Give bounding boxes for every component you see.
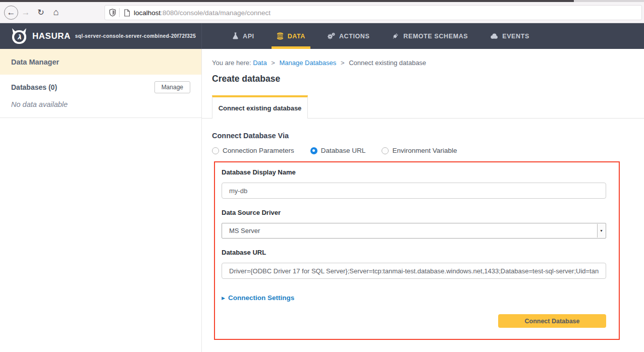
connect-via-options: Connection Parameters Database URL Envir… (212, 147, 644, 154)
nav-item-label: API (243, 33, 254, 40)
radio-icon[interactable] (382, 147, 389, 154)
breadcrumb-prefix: You are here: (212, 59, 251, 67)
chevron-down-icon[interactable]: ▾ (597, 224, 605, 238)
brand-name: HASURA (32, 31, 71, 41)
sidebar: Data Manager Databases (0) Manage No dat… (0, 49, 202, 352)
driver-label: Data Source Driver (222, 209, 606, 216)
radio-environment-variable[interactable]: Environment Variable (382, 147, 457, 154)
tab-connect-existing-database[interactable]: Connect existing database (212, 95, 308, 119)
connect-database-button[interactable]: Connect Database (498, 314, 606, 328)
display-name-label: Database Display Name (222, 168, 606, 176)
radio-database-url[interactable]: Database URL (310, 147, 366, 154)
connection-settings-label: Connection Settings (228, 294, 294, 302)
nav-item-label: DATA (288, 33, 305, 40)
url-text[interactable]: localhost:8080/console/data/manage/conne… (134, 9, 271, 17)
sidebar-databases-section: Databases (0) Manage No data available (0, 75, 201, 118)
url-bar-divider (119, 8, 120, 17)
plug-icon (392, 32, 399, 40)
gears-icon (328, 32, 335, 40)
nav-item-events[interactable]: EVENTS (479, 23, 541, 49)
cloud-icon (490, 33, 498, 39)
no-data-text: No data available (11, 100, 190, 108)
nav-item-label: REMOTE SCHEMAS (403, 33, 468, 40)
database-url-label: Database URL (222, 249, 606, 256)
page-title: Create database (212, 74, 644, 84)
radio-label: Database URL (321, 147, 366, 154)
breadcrumb-separator: > (341, 59, 345, 67)
reload-button[interactable]: ↻ (33, 5, 48, 20)
driver-selected-value: MS Server (229, 227, 260, 234)
back-button[interactable]: ← (4, 6, 18, 20)
svg-text:λ: λ (17, 33, 21, 41)
radio-label: Connection Parameters (223, 147, 294, 154)
annotation-highlight-box: Database Display Name Data Source Driver… (214, 161, 620, 340)
nav-item-label: ACTIONS (339, 33, 369, 40)
radio-connection-parameters[interactable]: Connection Parameters (212, 147, 294, 154)
hasura-logo-icon[interactable]: λ (10, 28, 28, 44)
radio-icon[interactable] (212, 147, 219, 154)
databases-count-label: Databases (0) (11, 83, 57, 91)
breadcrumb-separator: > (271, 59, 275, 67)
nav-item-data[interactable]: DATA (265, 23, 316, 49)
disclosure-triangle-icon: ▶ (222, 296, 225, 301)
url-path: :8080/console/data/manage/connect (160, 9, 271, 17)
tabs-row: Connect existing database (202, 95, 644, 119)
radio-label: Environment Variable (392, 147, 457, 154)
shield-icon[interactable] (109, 9, 116, 17)
url-bar[interactable]: localhost:8080/console/data/manage/conne… (104, 5, 642, 20)
brand-section: λ HASURA sql-server-console-server-combi… (0, 23, 202, 49)
flask-icon (232, 32, 239, 40)
database-url-input[interactable] (222, 263, 606, 279)
display-name-input[interactable] (222, 183, 606, 199)
nav-item-api[interactable]: API (221, 23, 265, 49)
breadcrumb-link-manage-databases[interactable]: Manage Databases (280, 59, 337, 67)
connect-via-heading: Connect Database Via (212, 132, 644, 140)
breadcrumb-current: Connect existing database (349, 59, 426, 67)
browser-toolbar: ← → ↻ ⌂ localhost:8080/console/data/mana… (0, 2, 644, 23)
nav-item-actions[interactable]: ACTIONS (316, 23, 381, 49)
top-nav: API DATA (221, 23, 541, 49)
connection-settings-toggle[interactable]: ▶ Connection Settings (222, 294, 606, 302)
nav-item-remote-schemas[interactable]: REMOTE SCHEMAS (381, 23, 479, 49)
breadcrumb: You are here: Data > Manage Databases > … (212, 59, 644, 67)
radio-checked-icon[interactable] (310, 147, 317, 154)
home-button[interactable]: ⌂ (48, 5, 64, 20)
sidebar-title: Data Manager (0, 49, 201, 75)
nav-item-label: EVENTS (502, 33, 529, 40)
app-header: λ HASURA sql-server-console-server-combi… (0, 23, 644, 49)
manage-button[interactable]: Manage (154, 81, 190, 93)
forward-button[interactable]: → (18, 5, 33, 20)
breadcrumb-link-data[interactable]: Data (253, 59, 266, 67)
database-icon (277, 32, 284, 40)
driver-select[interactable]: MS Server ▾ (222, 223, 606, 239)
url-host: localhost (134, 9, 160, 17)
page-icon[interactable] (124, 9, 130, 17)
server-version-label: sql-server-console-server-combined-20f72… (75, 33, 196, 39)
main-content: You are here: Data > Manage Databases > … (202, 49, 644, 352)
